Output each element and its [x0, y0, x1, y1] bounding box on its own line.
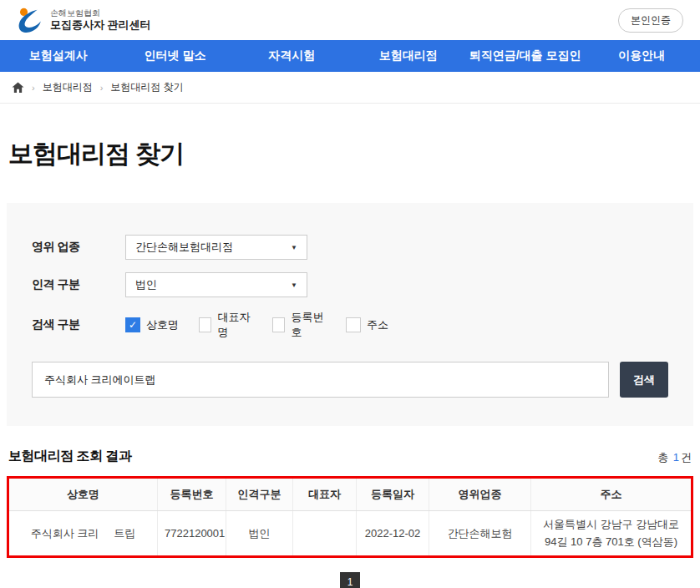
checkbox-address[interactable]: 주소 [346, 317, 401, 332]
home-icon[interactable] [12, 82, 24, 94]
checkbox-empty-icon [272, 317, 285, 332]
entity-type-label: 인격 구분 [32, 277, 125, 292]
entity-type-select-value: 법인 [135, 277, 157, 292]
checkbox-empty-icon [199, 317, 211, 332]
col-header-business-type: 영위업종 [429, 478, 531, 511]
site-logo[interactable]: 손해보험협회 모집종사자 관리센터 [13, 7, 151, 34]
nav-item-internet-cancel[interactable]: 인터넷 말소 [117, 48, 234, 63]
chevron-down-icon: ▼ [291, 281, 297, 289]
cell-entity-type: 법인 [226, 511, 293, 557]
chevron-down-icon: ▼ [291, 244, 297, 251]
table-header-row: 상호명 등록번호 인격구분 대표자 등록일자 영위업종 주소 [8, 478, 692, 511]
col-header-registration-date: 등록일자 [357, 478, 429, 511]
results-table: 상호명 등록번호 인격구분 대표자 등록일자 영위업종 주소 주식회사 크리 트… [7, 476, 693, 558]
table-row: 주식회사 크리 트립 7722120001 법인 2022-12-02 간단손해… [8, 511, 692, 557]
top-header: 손해보험협회 모집종사자 관리센터 본인인증 [0, 0, 700, 40]
search-type-label: 검색 구분 [32, 317, 125, 332]
logo-org-text: 손해보험협회 [50, 8, 151, 19]
cell-representative [293, 511, 357, 557]
breadcrumb-separator: › [32, 83, 35, 93]
cell-registration-date: 2022-12-02 [357, 511, 429, 557]
industry-select-value: 간단손해보험대리점 [135, 240, 233, 255]
checkbox-registration-number[interactable]: 등록번호 [272, 310, 327, 340]
industry-select[interactable]: 간단손해보험대리점 ▼ [125, 235, 307, 260]
search-panel: 영위 업종 간단손해보험대리점 ▼ 인격 구분 법인 ▼ 검색 구분 ✓ 상호명 [7, 203, 693, 426]
col-header-company-name: 상호명 [8, 478, 158, 511]
checkbox-representative-name[interactable]: 대표자명 [199, 310, 254, 340]
breadcrumb: › 보험대리점 › 보험대리점 찾기 [0, 72, 700, 104]
results-title: 보험대리점 조회 결과 [8, 448, 131, 465]
cell-address: 서울특별시 강남구 강남대로94길 10 7층 701호 (역삼동) [531, 511, 692, 557]
col-header-address: 주소 [531, 478, 692, 511]
cell-business-type: 간단손해보험 [429, 511, 531, 557]
breadcrumb-level1[interactable]: 보험대리점 [43, 80, 93, 94]
logo-icon [13, 7, 44, 34]
col-header-entity-type: 인격구분 [226, 478, 293, 511]
checkbox-company-name[interactable]: ✓ 상호명 [125, 317, 180, 332]
nav-item-insurance-planner[interactable]: 보험설계사 [0, 48, 117, 63]
identity-verify-button[interactable]: 본인인증 [618, 8, 683, 33]
checkbox-empty-icon [346, 317, 361, 332]
page-title: 보험대리점 찾기 [8, 137, 692, 171]
pagination: 1 [7, 572, 693, 588]
results-total-count: 총 1건 [657, 450, 692, 465]
pagination-page-1[interactable]: 1 [340, 572, 360, 588]
col-header-registration-number: 등록번호 [158, 478, 226, 511]
breadcrumb-level2[interactable]: 보험대리점 찾기 [110, 80, 183, 94]
keyword-input[interactable] [32, 362, 609, 398]
nav-item-insurance-agency[interactable]: 보험대리점 [350, 48, 467, 63]
nav-item-qualification-exam[interactable]: 자격시험 [233, 48, 350, 63]
nav-item-usage-guide[interactable]: 이용안내 [583, 48, 700, 63]
industry-label: 영위 업종 [32, 240, 125, 255]
nav-item-pension-loan[interactable]: 퇴직연금/대출 모집인 [467, 48, 584, 63]
cell-company-name: 주식회사 크리 트립 [8, 511, 158, 557]
main-nav: 보험설계사 인터넷 말소 자격시험 보험대리점 퇴직연금/대출 모집인 이용안내 [0, 40, 700, 72]
entity-type-select[interactable]: 법인 ▼ [125, 272, 307, 297]
logo-center-text: 모집종사자 관리센터 [50, 18, 151, 32]
check-icon: ✓ [125, 317, 140, 332]
col-header-representative: 대표자 [293, 478, 357, 511]
cell-registration-number: 7722120001 [158, 511, 226, 557]
search-button[interactable]: 검색 [620, 362, 668, 398]
breadcrumb-separator: › [100, 83, 104, 93]
